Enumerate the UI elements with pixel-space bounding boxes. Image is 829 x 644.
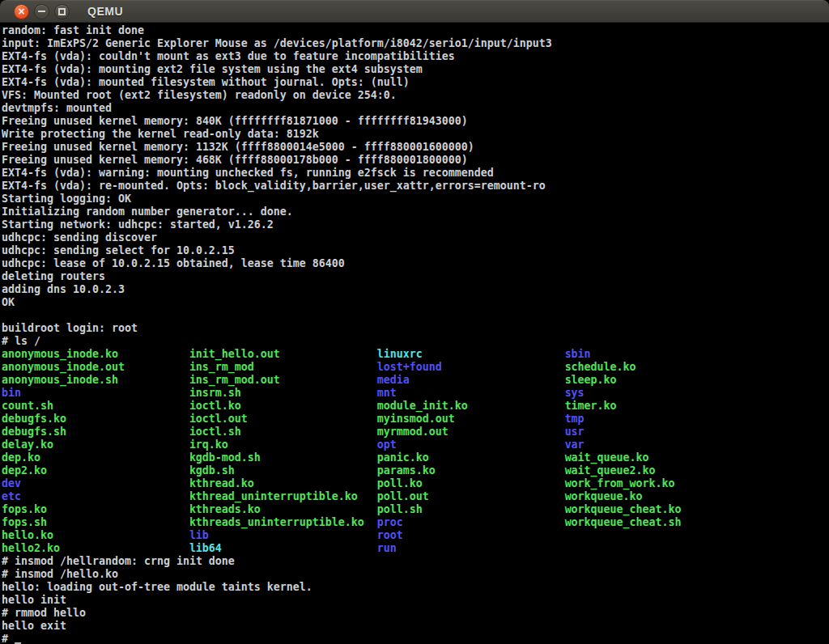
file-entry: schedule.ko bbox=[565, 361, 753, 374]
minimize-icon bbox=[38, 11, 45, 12]
terminal-line: hello init bbox=[2, 594, 829, 607]
file-entry: work_from_work.ko bbox=[565, 477, 753, 490]
file-entry: bin bbox=[2, 387, 189, 400]
terminal-line: Starting logging: OK bbox=[2, 193, 829, 205]
prompt-line: # bbox=[2, 633, 829, 644]
file-entry: delay.ko bbox=[2, 439, 189, 451]
file-entry: anonymous_inode.sh bbox=[2, 374, 189, 387]
terminal-line: # insmod /hellrandom: crng init done bbox=[2, 555, 829, 568]
file-entry: dev bbox=[2, 477, 189, 490]
terminal-line: Freeing unused kernel memory: 468K (ffff… bbox=[2, 154, 829, 167]
window-titlebar: × QEMU bbox=[0, 0, 829, 23]
file-entry: ioctl.ko bbox=[189, 400, 377, 413]
terminal-ls-row: bininsrm.shmntsys bbox=[2, 387, 829, 400]
terminal-screen[interactable]: random: fast init doneinput: ImExPS/2 Ge… bbox=[0, 23, 829, 644]
file-entry: ins_rm_mod.out bbox=[189, 374, 377, 387]
terminal-line: # rmmod hello bbox=[2, 607, 829, 620]
file-entry: kthreads.ko bbox=[189, 503, 377, 516]
close-button[interactable]: × bbox=[14, 4, 29, 19]
terminal-line: udhcpc: lease of 10.0.2.15 obtained, lea… bbox=[2, 257, 829, 270]
file-entry: lost+found bbox=[377, 361, 565, 374]
terminal-ls-row: count.shioctl.komodule_init.kotimer.ko bbox=[2, 400, 829, 413]
terminal-line: Write protecting the kernel read-only da… bbox=[2, 128, 829, 141]
terminal-line: EXT4-fs (vda): couldn't mount as ext3 du… bbox=[2, 50, 829, 63]
terminal-ls-row: debugfs.shioctl.shmyrmmod.outusr bbox=[2, 426, 829, 439]
terminal-ls-row: anonymous_inode.koinit_hello.outlinuxrcs… bbox=[2, 348, 829, 361]
terminal-ls-row: devkthread.kopoll.kowork_from_work.ko bbox=[2, 477, 829, 490]
terminal-line: OK bbox=[2, 296, 829, 309]
file-entry: init_hello.out bbox=[189, 348, 377, 361]
file-entry: workqueue.ko bbox=[565, 490, 753, 503]
terminal-line: # ls / bbox=[2, 335, 829, 348]
file-entry: debugfs.sh bbox=[2, 426, 189, 439]
file-entry: workqueue_cheat.sh bbox=[565, 516, 753, 529]
file-entry: wait_queue2.ko bbox=[565, 464, 753, 477]
terminal-line: udhcpc: sending select for 10.0.2.15 bbox=[2, 244, 829, 257]
file-entry: kthreads_uninterruptible.ko bbox=[189, 516, 377, 529]
maximize-button[interactable] bbox=[54, 4, 70, 19]
terminal-line: devtmpfs: mounted bbox=[2, 102, 829, 115]
file-entry: kthread_uninterruptible.ko bbox=[189, 490, 377, 503]
file-entry: lib64 bbox=[189, 542, 377, 555]
terminal-ls-row: debugfs.koioctl.outmyinsmod.outtmp bbox=[2, 413, 829, 426]
file-entry: panic.ko bbox=[377, 451, 565, 464]
file-entry: kgdb-mod.sh bbox=[189, 451, 377, 464]
file-entry: poll.sh bbox=[377, 503, 565, 516]
terminal-ls-row: fops.shkthreads_uninterruptible.koprocwo… bbox=[2, 516, 829, 529]
file-entry: insrm.sh bbox=[189, 387, 377, 400]
file-entry: media bbox=[377, 374, 565, 387]
terminal-line: # insmod /hello.ko bbox=[2, 568, 829, 581]
window-title: QEMU bbox=[87, 6, 123, 17]
file-entry: irq.ko bbox=[189, 439, 377, 451]
terminal-line: hello: loading out-of-tree module taints… bbox=[2, 581, 829, 594]
file-entry: kthread.ko bbox=[189, 477, 377, 490]
file-entry: proc bbox=[377, 516, 565, 529]
terminal-line: random: fast init done bbox=[2, 24, 829, 37]
terminal-ls-row: anonymous_inode.outins_rm_modlost+founds… bbox=[2, 361, 829, 374]
file-entry: ins_rm_mod bbox=[189, 361, 377, 374]
file-entry: anonymous_inode.out bbox=[2, 361, 189, 374]
file-entry: anonymous_inode.ko bbox=[2, 348, 189, 361]
file-entry: module_init.ko bbox=[377, 400, 565, 413]
terminal-line: EXT4-fs (vda): mounting ext2 file system… bbox=[2, 63, 829, 76]
terminal-line: udhcpc: sending discover bbox=[2, 231, 829, 244]
terminal-line: Starting network: udhcpc: started, v1.26… bbox=[2, 218, 829, 231]
file-entry: hello2.ko bbox=[2, 542, 189, 555]
file-entry: opt bbox=[377, 439, 565, 451]
terminal-line: Freeing unused kernel memory: 1132K (fff… bbox=[2, 141, 829, 154]
file-entry: sys bbox=[565, 387, 753, 400]
terminal-line: EXT4-fs (vda): mounted filesystem withou… bbox=[2, 76, 829, 89]
file-entry: ioctl.out bbox=[189, 413, 377, 426]
terminal-ls-row: etckthread_uninterruptible.kopoll.outwor… bbox=[2, 490, 829, 503]
terminal-ls-row: delay.koirq.kooptvar bbox=[2, 439, 829, 451]
file-entry: workqueue_cheat.ko bbox=[565, 503, 753, 516]
file-entry: myrmmod.out bbox=[377, 426, 565, 439]
close-icon: × bbox=[17, 6, 25, 16]
maximize-icon bbox=[58, 8, 66, 15]
file-entry: count.sh bbox=[2, 400, 189, 413]
file-entry: hello.ko bbox=[2, 529, 189, 542]
terminal-ls-row: dep2.kokgdb.shparams.kowait_queue2.ko bbox=[2, 464, 829, 477]
minimize-button[interactable] bbox=[34, 4, 49, 19]
file-entry: lib bbox=[189, 529, 377, 542]
terminal-line: Initializing random number generator... … bbox=[2, 205, 829, 218]
file-entry: ioctl.sh bbox=[189, 426, 377, 439]
file-entry: var bbox=[565, 439, 753, 451]
file-entry: myinsmod.out bbox=[377, 413, 565, 426]
terminal-line: buildroot login: root bbox=[2, 322, 829, 335]
file-entry: fops.ko bbox=[2, 503, 189, 516]
file-entry: linuxrc bbox=[377, 348, 565, 361]
terminal-ls-row: hello2.kolib64run bbox=[2, 542, 829, 555]
file-entry: poll.out bbox=[377, 490, 565, 503]
file-entry: sleep.ko bbox=[565, 374, 753, 387]
file-entry: dep.ko bbox=[2, 451, 189, 464]
file-entry: fops.sh bbox=[2, 516, 189, 529]
file-entry: usr bbox=[565, 426, 753, 439]
file-entry: wait_queue.ko bbox=[565, 451, 753, 464]
file-entry: poll.ko bbox=[377, 477, 565, 490]
file-entry: tmp bbox=[565, 413, 753, 426]
file-entry: params.ko bbox=[377, 464, 565, 477]
prompt-text: # bbox=[2, 633, 15, 644]
file-entry: mnt bbox=[377, 387, 565, 400]
terminal-ls-row: hello.kolibroot bbox=[2, 529, 829, 542]
